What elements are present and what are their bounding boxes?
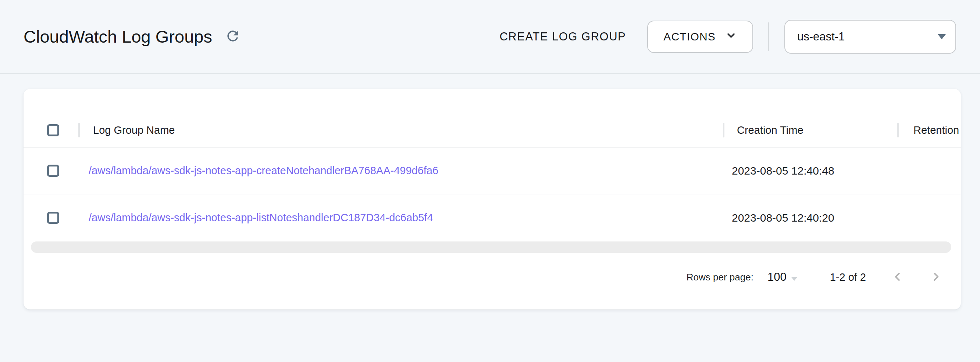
column-header-creation-time[interactable]: Creation Time: [723, 124, 897, 137]
create-log-group-button[interactable]: CREATE LOG GROUP: [500, 30, 626, 43]
rows-per-page-select[interactable]: 100: [767, 270, 798, 284]
dropdown-arrow-icon: [791, 277, 798, 281]
header-checkbox-cell: [24, 124, 78, 137]
horizontal-scrollbar-thumb[interactable]: [31, 241, 951, 253]
pagination-range-label: 1-2 of 2: [830, 271, 866, 283]
actions-button[interactable]: ACTIONS: [647, 21, 753, 53]
topbar-divider: [768, 22, 769, 51]
log-groups-card: Log Group Name Creation Time Retention /…: [24, 89, 961, 310]
row-checkbox[interactable]: [47, 165, 59, 177]
chevron-down-icon: [725, 29, 737, 44]
topbar-actions-group: CREATE LOG GROUP ACTIONS us-east-1: [500, 20, 956, 54]
rows-per-page-value: 100: [767, 270, 787, 284]
table-row: /aws/lambda/aws-sdk-js-notes-app-listNot…: [24, 194, 961, 241]
rows-per-page-label: Rows per page:: [687, 272, 754, 283]
log-group-link[interactable]: /aws/lambda/aws-sdk-js-notes-app-createN…: [89, 165, 438, 176]
cloudwatch-log-groups-screen: CloudWatch Log Groups CREATE LOG GROUP A…: [0, 0, 980, 362]
region-select-value: us-east-1: [797, 30, 845, 43]
log-group-link[interactable]: /aws/lambda/aws-sdk-js-notes-app-listNot…: [89, 212, 433, 224]
next-page-button[interactable]: [928, 269, 944, 285]
column-header-log-group-name[interactable]: Log Group Name: [78, 124, 723, 137]
chevron-right-icon: [929, 270, 942, 284]
creation-time-cell: 2023-08-05 12:40:20: [723, 212, 897, 224]
previous-page-button[interactable]: [889, 269, 906, 285]
table-row: /aws/lambda/aws-sdk-js-notes-app-createN…: [24, 148, 961, 194]
dropdown-arrow-icon: [938, 34, 946, 39]
chevron-left-icon: [891, 270, 904, 284]
row-checkbox-cell: [24, 212, 78, 224]
select-all-checkbox[interactable]: [47, 124, 59, 137]
refresh-button[interactable]: [223, 27, 243, 47]
table-header-row: Log Group Name Creation Time Retention: [24, 113, 961, 148]
region-select[interactable]: us-east-1: [784, 20, 956, 54]
column-header-retention[interactable]: Retention: [897, 124, 961, 137]
log-group-name-cell: /aws/lambda/aws-sdk-js-notes-app-createN…: [78, 165, 723, 177]
row-checkbox-cell: [24, 165, 78, 177]
row-checkbox[interactable]: [47, 212, 59, 224]
actions-button-label: ACTIONS: [663, 30, 716, 43]
page-title: CloudWatch Log Groups: [24, 27, 212, 47]
pagination-bar: Rows per page: 100 1-2 of 2: [687, 265, 944, 289]
creation-time-cell: 2023-08-05 12:40:48: [723, 165, 897, 177]
refresh-icon: [225, 28, 241, 45]
log-group-name-cell: /aws/lambda/aws-sdk-js-notes-app-listNot…: [78, 212, 723, 224]
topbar: CloudWatch Log Groups CREATE LOG GROUP A…: [0, 0, 980, 74]
